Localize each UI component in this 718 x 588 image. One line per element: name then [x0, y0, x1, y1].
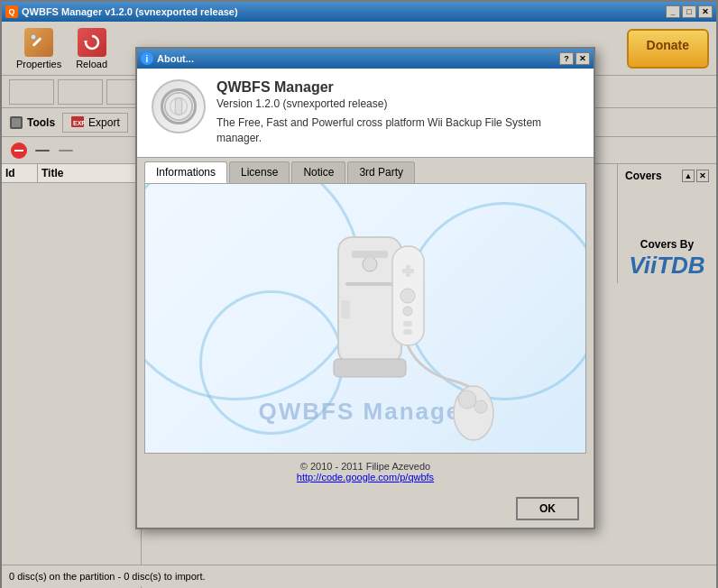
table-header: Id Title	[2, 164, 141, 183]
app-version: Version 1.2.0 (svnexported release)	[216, 97, 579, 110]
reload-arrow-icon	[83, 33, 101, 51]
dash-icon	[57, 142, 75, 160]
svg-point-1	[31, 34, 36, 40]
dialog-app-icon: i	[141, 52, 153, 65]
tab-informations[interactable]: Informations	[144, 161, 227, 183]
export-icon: EXP	[70, 115, 85, 130]
title-bar-left: Q QWBFS Manager v1.2.0 (svnexported rele…	[5, 5, 238, 18]
left-panel: Id Title	[2, 164, 142, 588]
window-controls: _ □ ✕	[666, 5, 713, 18]
export-button[interactable]: EXP Export	[62, 113, 128, 133]
nav-btn-1[interactable]	[9, 79, 54, 105]
dialog-ok-area: OK	[137, 490, 594, 528]
covers-by-label: Covers By	[621, 238, 713, 251]
tab-license[interactable]: License	[229, 161, 290, 183]
svg-rect-10	[59, 150, 73, 152]
covers-title: Covers	[625, 170, 662, 182]
about-dialog: i About... ? ✕ QWBFS Manager	[135, 47, 595, 529]
dialog-help-button[interactable]: ?	[559, 52, 574, 65]
dialog-content: QWBFS Manager	[144, 183, 586, 454]
covers-header: Covers ▲ ✕	[621, 168, 713, 184]
dialog-close-button[interactable]: ✕	[575, 52, 590, 65]
properties-label: Properties	[16, 59, 61, 69]
app-name: QWBFS Manager	[216, 79, 579, 96]
svg-rect-26	[403, 329, 412, 335]
minus-icon	[33, 142, 51, 160]
svg-rect-25	[403, 321, 412, 326]
window-title: QWBFS Manager v1.2.0 (svnexported releas…	[22, 6, 238, 17]
covers-close-button[interactable]: ✕	[696, 170, 709, 182]
wii-svg	[163, 90, 194, 123]
app-icon: Q	[5, 5, 18, 18]
ok-button[interactable]: OK	[516, 497, 579, 520]
svg-rect-17	[352, 251, 388, 258]
properties-icon	[24, 28, 53, 57]
nav-btn-2[interactable]	[58, 79, 103, 105]
remove-icon	[10, 142, 28, 160]
tab-3rdparty[interactable]: 3rd Party	[347, 161, 415, 183]
app-description: The Free, Fast and Powerful cross platfo…	[216, 115, 579, 146]
dialog-title-bar: i About... ? ✕	[137, 49, 594, 69]
wii-logo-inner	[161, 88, 197, 124]
wiitdb-logo: ViiTDB	[621, 251, 713, 280]
donate-button[interactable]: Donate	[627, 29, 709, 69]
covers-panel: Covers ▲ ✕ Covers By ViiTDB	[617, 164, 716, 283]
covers-controls: ▲ ✕	[682, 170, 709, 182]
reload-button[interactable]: Reload	[69, 24, 115, 73]
svg-point-16	[363, 257, 377, 271]
svg-rect-4	[12, 118, 21, 127]
dialog-header: QWBFS Manager Version 1.2.0 (svnexported…	[137, 69, 594, 158]
tools-icon	[9, 115, 23, 130]
dialog-controls: ? ✕	[559, 52, 590, 65]
wii-logo	[152, 79, 206, 133]
wrench-icon	[30, 33, 48, 51]
tab-notice[interactable]: Notice	[291, 161, 345, 183]
covers-collapse-button[interactable]: ▲	[682, 170, 695, 182]
svg-text:EXP: EXP	[73, 120, 85, 126]
copyright-text: © 2010 - 2011 Filipe Azevedo	[152, 461, 579, 472]
status-text: 0 disc(s) on the partition - 0 disc(s) t…	[9, 571, 206, 582]
svg-point-23	[400, 289, 415, 303]
maximize-button[interactable]: □	[682, 5, 696, 18]
svg-rect-13	[175, 98, 182, 115]
project-link[interactable]: http://code.google.com/p/qwbfs	[152, 472, 579, 482]
wii-image-area: QWBFS Manager	[145, 184, 585, 453]
main-window: Q QWBFS Manager v1.2.0 (svnexported rele…	[0, 0, 718, 588]
properties-button[interactable]: Properties	[9, 24, 69, 73]
dialog-title: About...	[157, 53, 194, 64]
close-button[interactable]: ✕	[698, 5, 713, 18]
title-bar: Q QWBFS Manager v1.2.0 (svnexported rele…	[2, 2, 716, 22]
app-info: QWBFS Manager Version 1.2.0 (svnexported…	[216, 79, 579, 146]
donate-label: Donate	[647, 38, 689, 52]
svg-rect-8	[14, 150, 23, 152]
action-icon-2[interactable]	[32, 141, 52, 161]
minimize-button[interactable]: _	[666, 5, 680, 18]
action-icon-1[interactable]	[9, 141, 29, 161]
status-bar: 0 disc(s) on the partition - 0 disc(s) t…	[2, 565, 716, 586]
svg-rect-15	[345, 282, 394, 286]
svg-rect-18	[334, 359, 406, 377]
action-icon-3[interactable]	[56, 141, 76, 161]
reload-icon	[78, 28, 106, 57]
dialog-footer: © 2010 - 2011 Filipe Azevedo http://code…	[137, 454, 594, 490]
svg-rect-22	[406, 265, 410, 277]
svg-rect-19	[341, 300, 350, 318]
wii-console-svg	[230, 192, 501, 445]
tools-label: Tools	[9, 115, 55, 130]
svg-point-29	[474, 400, 487, 413]
col-title-header: Title	[38, 164, 141, 182]
svg-point-24	[403, 307, 412, 316]
svg-point-28	[458, 390, 476, 409]
svg-rect-9	[35, 150, 50, 152]
col-id-header: Id	[2, 164, 38, 182]
dialog-tabs: Informations License Notice 3rd Party	[137, 158, 594, 183]
dialog-title-left: i About...	[141, 52, 194, 65]
reload-label: Reload	[76, 59, 107, 69]
